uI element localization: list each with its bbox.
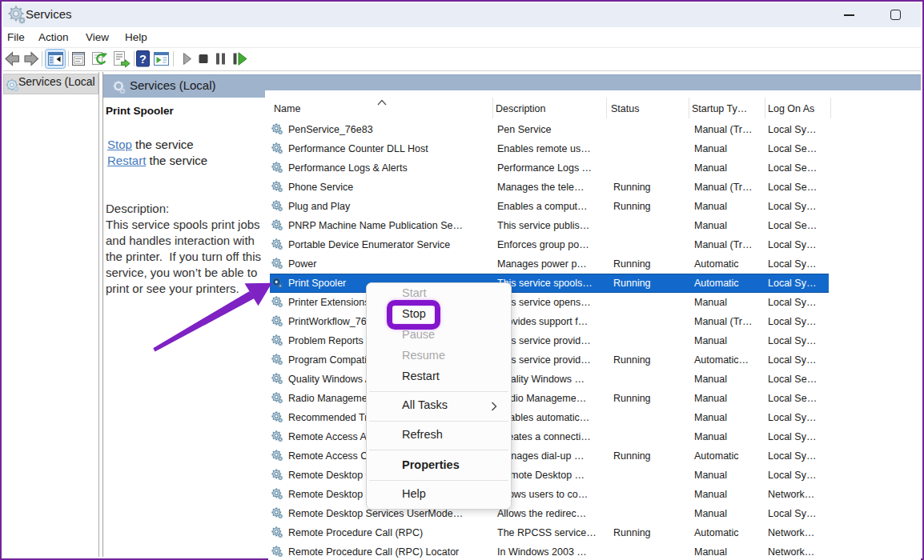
svg-text:?: ? — [139, 53, 147, 66]
